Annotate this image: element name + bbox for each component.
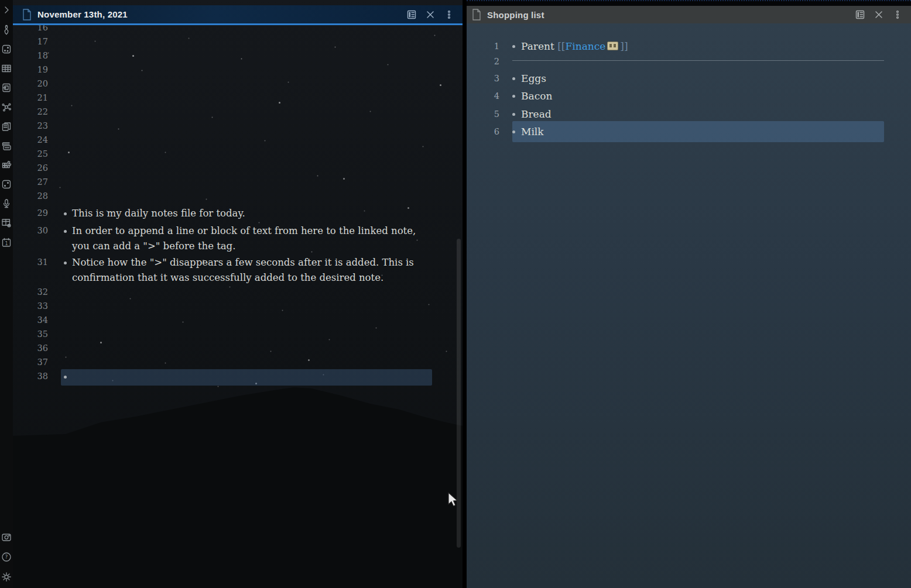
- bullet-dot: [512, 95, 515, 98]
- microphone-icon[interactable]: [1, 198, 12, 209]
- editor-line[interactable]: 32: [13, 285, 445, 300]
- editor-line[interactable]: 30 In order to append a line or block of…: [13, 223, 445, 254]
- line-number: 35: [13, 327, 48, 342]
- editor-line[interactable]: 4 Bacon: [467, 88, 899, 104]
- editor-line[interactable]: 25: [13, 147, 445, 161]
- line-number: 20: [13, 77, 48, 91]
- editor-line[interactable]: 5 Bread: [467, 106, 899, 122]
- table-gear-icon[interactable]: [1, 218, 12, 228]
- bullet-dot: [512, 45, 515, 48]
- bullet-dot: [64, 376, 67, 379]
- pane-divider[interactable]: [463, 0, 467, 588]
- note-text: Parent [[Finance]]: [521, 39, 899, 54]
- editor-line[interactable]: 29 This is my daily notes file for today…: [13, 206, 445, 221]
- help-icon[interactable]: ?: [1, 552, 12, 562]
- editor-line[interactable]: 17: [13, 35, 445, 49]
- calendar-day-icon[interactable]: 1: [1, 237, 12, 247]
- bullet-dot: [64, 262, 67, 264]
- close-icon[interactable]: [874, 9, 884, 20]
- pane-title: Shopping list: [487, 10, 544, 20]
- list-item: Bread: [521, 106, 899, 122]
- editor-line[interactable]: 24: [13, 133, 445, 147]
- document-icon: [22, 9, 32, 20]
- pane-header-inactive: Shopping list: [467, 6, 911, 23]
- more-options-icon[interactable]: [444, 9, 454, 20]
- cards-stack-icon[interactable]: [1, 140, 12, 151]
- editor-line[interactable]: 36: [13, 341, 445, 356]
- pane-header-active: November 13th, 2021: [13, 5, 463, 25]
- line-number: 1: [467, 39, 499, 54]
- close-icon[interactable]: [425, 9, 436, 20]
- document-icon: [472, 9, 481, 20]
- copy-files-icon[interactable]: [1, 121, 12, 132]
- line-number: 19: [13, 63, 48, 77]
- bullet-dot: [512, 130, 515, 133]
- grid-blocks-icon[interactable]: [1, 160, 12, 170]
- pane-shopping-list: Shopping list 1 Parent [[Finance]] 2 3: [467, 0, 911, 588]
- more-options-icon[interactable]: [892, 9, 903, 20]
- editor-line[interactable]: 33: [13, 299, 445, 314]
- editor-line[interactable]: 21: [13, 91, 445, 105]
- note-text: This is my daily notes file for today.: [72, 206, 430, 221]
- line-number: 4: [467, 88, 499, 104]
- bullet-dot: [512, 113, 515, 116]
- line-number: 33: [13, 299, 48, 314]
- editor-line[interactable]: 1 Parent [[Finance]]: [467, 39, 899, 54]
- editor-line-active[interactable]: 6 Milk: [467, 124, 899, 139]
- editor-line[interactable]: 26: [13, 161, 445, 176]
- reading-mode-icon[interactable]: [855, 9, 865, 20]
- line-number: 30: [13, 223, 48, 238]
- editor-line[interactable]: 18: [13, 49, 445, 63]
- ribbon-bottom-group: ?: [1, 532, 12, 582]
- line-number: 26: [13, 161, 48, 176]
- editor-line[interactable]: 22: [13, 105, 445, 119]
- editor-line[interactable]: 19: [13, 63, 445, 77]
- graph-icon[interactable]: [1, 102, 12, 112]
- line-number: 28: [13, 189, 48, 204]
- camera-icon[interactable]: [1, 532, 12, 542]
- settings-gear-icon[interactable]: [1, 572, 12, 582]
- line-number: 37: [13, 355, 48, 370]
- table-icon[interactable]: [1, 63, 12, 74]
- pane-title: November 13th, 2021: [37, 9, 128, 19]
- horizontal-rule: [512, 60, 884, 61]
- list-item: Milk: [521, 124, 899, 139]
- file-import-icon[interactable]: [1, 82, 12, 93]
- ribbon-icon-group: 1: [1, 25, 12, 247]
- line-number: 36: [13, 341, 48, 356]
- line-number: 5: [467, 106, 499, 122]
- editor-line[interactable]: 35: [13, 327, 445, 342]
- editor-line[interactable]: 28: [13, 189, 445, 204]
- editor-line[interactable]: 31 Notice how the ">" disappears a few s…: [13, 255, 445, 286]
- editor-line[interactable]: 20: [13, 77, 445, 91]
- reading-mode-icon[interactable]: [406, 9, 417, 20]
- line-number: 25: [13, 147, 48, 161]
- top-edge-decoration: [467, 0, 911, 6]
- editor-line[interactable]: 37: [13, 355, 445, 370]
- line-number: 17: [13, 35, 48, 49]
- chevron-right-icon[interactable]: [1, 5, 12, 15]
- line-number: 6: [467, 124, 499, 139]
- editor-line[interactable]: 34: [13, 313, 445, 328]
- svg-text:?: ?: [5, 554, 8, 560]
- editor-line[interactable]: 2: [467, 54, 899, 69]
- editor-line[interactable]: 27: [13, 175, 445, 190]
- dice-icon[interactable]: [1, 44, 12, 54]
- editor-line[interactable]: 23: [13, 119, 445, 133]
- line-number: 22: [13, 105, 48, 119]
- line-number: 31: [13, 255, 48, 270]
- list-item: Bacon: [521, 88, 899, 104]
- wikilink-close-bracket: ]]: [620, 40, 628, 52]
- finance-link[interactable]: Finance: [565, 40, 605, 52]
- note-text: Notice how the ">" disappears a few seco…: [72, 255, 430, 286]
- editor-line[interactable]: 3 Eggs: [467, 71, 899, 86]
- parent-label: Parent: [521, 40, 557, 52]
- line-number: 34: [13, 313, 48, 328]
- editor-line-active[interactable]: 38: [13, 369, 445, 384]
- line-number: 38: [13, 369, 48, 384]
- dice-icon[interactable]: [1, 179, 12, 190]
- list-item: Eggs: [521, 71, 899, 86]
- knot-icon[interactable]: [1, 25, 12, 35]
- bullet-dot: [512, 77, 515, 80]
- svg-text:1: 1: [5, 241, 8, 246]
